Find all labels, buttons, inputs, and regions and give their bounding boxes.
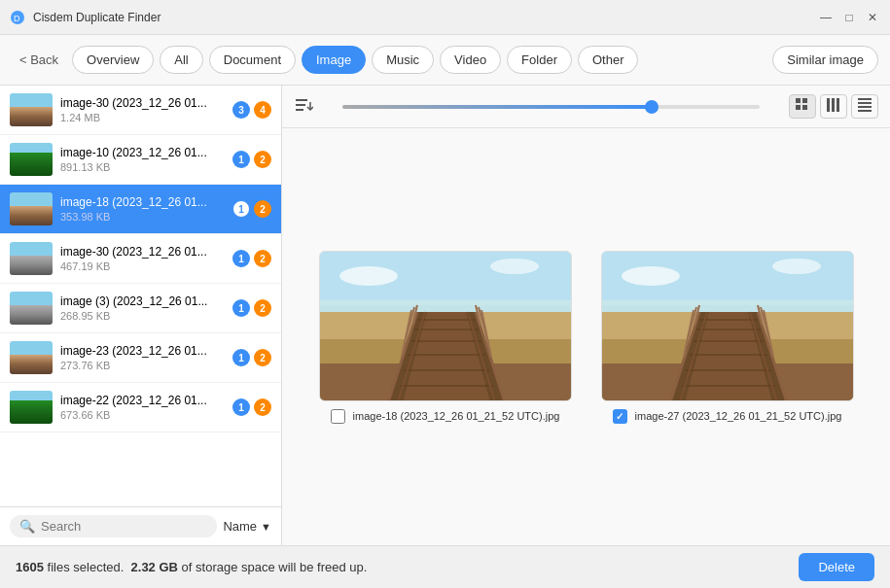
delete-button[interactable]: Delete (799, 553, 874, 581)
grid-view-button[interactable] (789, 94, 816, 119)
list-item[interactable]: image-10 (2023_12_26 01... 891.13 KB 1 2 (0, 135, 281, 185)
files-count: 1605 (16, 560, 44, 574)
tab-all[interactable]: All (160, 46, 202, 74)
app-title: Cisdem Duplicate Finder (33, 11, 818, 24)
svg-rect-13 (858, 98, 872, 100)
main-content: image-30 (2023_12_26 01... 1.24 MB 3 4 i… (0, 86, 890, 545)
image-label-row: image-27 (2023_12_26 01_21_52 UTC).jpg (613, 409, 842, 424)
tab-document[interactable]: Document (209, 46, 296, 74)
list-item[interactable]: image-30 (2023_12_26 01... 467.19 KB 1 2 (0, 234, 281, 284)
badge-2: 2 (254, 200, 271, 218)
file-name: image-22 (2023_12_26 01... (60, 394, 225, 407)
image-preview-svg (320, 252, 572, 401)
image-preview (601, 251, 854, 401)
svg-rect-9 (802, 105, 807, 110)
view-toggle-buttons (789, 94, 878, 119)
maximize-button[interactable]: □ (841, 10, 857, 25)
title-bar: D Cisdem Duplicate Finder — □ ✕ (0, 0, 890, 35)
svg-rect-16 (858, 110, 872, 112)
badge-1: 1 (232, 299, 250, 317)
badge-1: 1 (232, 200, 250, 218)
storage-label: of storage space will be freed up. (182, 560, 368, 574)
image-grid: image-18 (2023_12_26 01_21_52 UTC).jpg (282, 128, 890, 545)
sort-button[interactable]: Name ▼ (223, 519, 271, 534)
file-list-sidebar: image-30 (2023_12_26 01... 1.24 MB 3 4 i… (0, 86, 282, 545)
file-badges: 3 4 (232, 101, 271, 119)
sort-clear-button[interactable] (294, 97, 313, 117)
file-items-scroll[interactable]: image-30 (2023_12_26 01... 1.24 MB 3 4 i… (0, 86, 281, 506)
minimize-button[interactable]: — (818, 10, 834, 25)
file-name: image-30 (2023_12_26 01... (60, 245, 225, 259)
tab-folder[interactable]: Folder (507, 46, 572, 74)
badge-2: 2 (254, 349, 271, 366)
sort-label: Name (223, 519, 257, 534)
file-name: image-10 (2023_12_26 01... (60, 146, 225, 159)
list-item[interactable]: image-18 (2023_12_26 01... 353.98 KB 1 2 (0, 185, 281, 234)
similar-image-button[interactable]: Similar image (772, 46, 878, 74)
file-info: image-10 (2023_12_26 01... 891.13 KB (60, 146, 225, 173)
svg-rect-12 (837, 98, 839, 112)
zoom-slider[interactable] (342, 105, 760, 109)
tab-music[interactable]: Music (372, 46, 434, 74)
list-item[interactable]: image-23 (2023_12_26 01... 273.76 KB 1 2 (0, 333, 281, 383)
image-checkbox-2[interactable] (613, 409, 627, 424)
badge-2: 4 (254, 101, 271, 119)
svg-rect-10 (827, 98, 830, 112)
svg-rect-7 (802, 98, 807, 103)
image-filename-2: image-27 (2023_12_26 01_21_52 UTC).jpg (635, 410, 842, 422)
image-card: image-27 (2023_12_26 01_21_52 UTC).jpg (601, 251, 854, 424)
chevron-down-icon: ▼ (261, 521, 271, 533)
grid-icon (796, 98, 809, 112)
list-item[interactable]: image (3) (2023_12_26 01... 268.95 KB 1 … (0, 284, 281, 333)
badge-1: 1 (232, 398, 250, 416)
badge-1: 1 (232, 151, 250, 168)
badge-1: 3 (232, 101, 250, 119)
svg-point-41 (339, 266, 398, 286)
status-text: 1605 files selected. 2.32 GB of storage … (16, 560, 793, 574)
file-size: 673.66 KB (60, 409, 225, 421)
image-checkbox-1[interactable] (331, 409, 345, 424)
right-panel: image-18 (2023_12_26 01_21_52 UTC).jpg (282, 86, 890, 545)
file-name: image (3) (2023_12_26 01... (60, 294, 225, 308)
back-button[interactable]: < Back (12, 49, 66, 71)
thumbnail (10, 391, 53, 424)
tab-other[interactable]: Other (578, 46, 639, 74)
file-size: 1.24 MB (60, 112, 225, 123)
svg-rect-11 (832, 98, 835, 112)
thumbnail (10, 242, 53, 275)
close-button[interactable]: ✕ (865, 10, 880, 25)
file-size: 467.19 KB (60, 260, 225, 272)
file-badges: 1 2 (232, 398, 271, 416)
list-view-button[interactable] (851, 94, 878, 119)
file-info: image-30 (2023_12_26 01... 1.24 MB (60, 96, 225, 123)
file-name: image-30 (2023_12_26 01... (60, 96, 225, 110)
svg-text:D: D (14, 14, 20, 23)
file-badges: 1 2 (232, 299, 271, 317)
tab-video[interactable]: Video (440, 46, 501, 74)
columns-view-button[interactable] (820, 94, 847, 119)
tab-overview[interactable]: Overview (72, 46, 154, 74)
search-icon: 🔍 (19, 519, 35, 534)
list-item[interactable]: image-30 (2023_12_26 01... 1.24 MB 3 4 (0, 86, 281, 135)
thumbnail (10, 143, 53, 176)
file-name: image-18 (2023_12_26 01... (60, 195, 225, 209)
thumbnail (10, 192, 53, 225)
file-badges: 1 2 (232, 349, 271, 366)
sort-icon (294, 97, 313, 113)
file-size: 891.13 KB (60, 161, 225, 173)
image-card: image-18 (2023_12_26 01_21_52 UTC).jpg (319, 251, 572, 424)
files-count-label: files selected. (48, 560, 125, 574)
list-icon (858, 98, 872, 112)
file-info: image (3) (2023_12_26 01... 268.95 KB (60, 294, 225, 322)
columns-icon (827, 98, 840, 112)
app-icon: D (10, 10, 25, 25)
panel-toolbar (282, 86, 890, 128)
tab-image[interactable]: Image (302, 46, 366, 74)
badge-1: 1 (232, 250, 250, 267)
badge-2: 2 (254, 151, 271, 168)
zoom-slider-wrap (323, 105, 779, 109)
svg-rect-8 (796, 105, 801, 110)
list-item[interactable]: image-22 (2023_12_26 01... 673.66 KB 1 2 (0, 383, 281, 432)
search-input[interactable] (41, 519, 207, 534)
file-info: image-23 (2023_12_26 01... 273.76 KB (60, 344, 225, 371)
